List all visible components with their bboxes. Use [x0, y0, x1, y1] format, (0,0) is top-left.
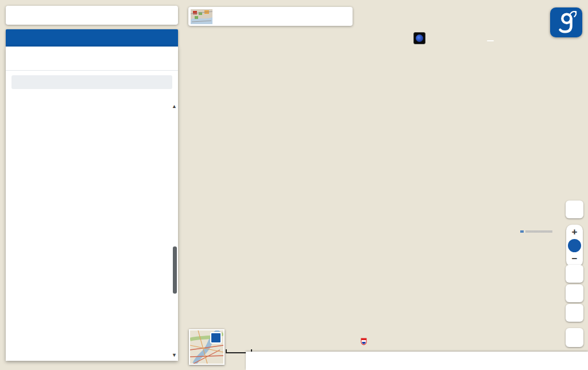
theme-selector[interactable] — [188, 7, 353, 26]
overview-minimap[interactable] — [189, 329, 225, 365]
geoportal-logo[interactable] — [550, 7, 582, 37]
street-view-report-button[interactable] — [566, 328, 583, 347]
zoom-control: + − — [566, 225, 583, 267]
panel-body: ▲ ▼ — [6, 47, 178, 361]
zoom-level-badge — [568, 239, 581, 252]
scrollbar-thumb[interactable] — [173, 246, 177, 294]
layer-search-box — [11, 75, 172, 89]
top-search-bar — [6, 6, 178, 25]
scrollbar-up-icon[interactable]: ▲ — [172, 103, 177, 109]
kaliningrad-emblem-icon — [413, 32, 425, 44]
g-logo-icon — [553, 10, 579, 35]
scrollbar-down-icon[interactable]: ▼ — [172, 352, 177, 358]
layer-search-input[interactable] — [20, 78, 168, 87]
search-input[interactable] — [17, 11, 161, 20]
previous-view-button[interactable] — [566, 284, 583, 302]
theme-thumbnail — [191, 9, 212, 24]
next-view-button[interactable] — [566, 304, 583, 322]
shield-icon — [361, 338, 367, 345]
panel-tabs — [6, 53, 178, 71]
zoom-out-button[interactable]: − — [572, 253, 578, 265]
fullscreen-button[interactable] — [566, 265, 583, 283]
zoom-in-button[interactable]: + — [572, 226, 578, 238]
watermark-geoportal-lt — [487, 40, 494, 41]
watermark-geoportal-sk — [361, 338, 369, 345]
clear-rotation-button[interactable] — [566, 201, 583, 218]
minimap-expand-button[interactable] — [210, 332, 222, 344]
watermark-geoportal-ua — [520, 230, 552, 233]
map-content-section — [6, 47, 178, 53]
panel-header — [6, 29, 178, 47]
status-bar — [246, 352, 588, 370]
